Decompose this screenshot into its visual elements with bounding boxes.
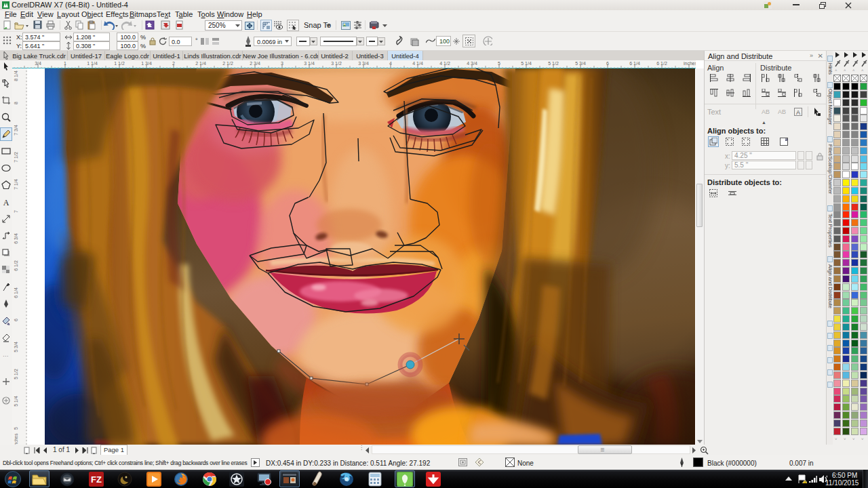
svg-text:AB: AB: [762, 108, 770, 115]
svg-text:5 1/2: 5 1/2: [14, 369, 18, 380]
svg-text:6: 6: [606, 61, 609, 66]
svg-text:2 1/2: 2 1/2: [222, 61, 233, 66]
svg-text:inches: inches: [684, 61, 696, 66]
svg-text:7: 7: [14, 210, 18, 213]
svg-text:3/4: 3/4: [35, 61, 41, 66]
svg-text:5 1/4: 5 1/4: [14, 396, 18, 407]
svg-text:4 1/4: 4 1/4: [412, 61, 423, 66]
svg-text:6 1/2: 6 1/2: [656, 61, 667, 66]
svg-text:5: 5: [14, 427, 18, 430]
svg-text:AB: AB: [778, 108, 786, 115]
svg-text:5 3/4: 5 3/4: [575, 61, 586, 66]
svg-text:3: 3: [281, 61, 283, 66]
svg-text:7 1/2: 7 1/2: [14, 152, 18, 163]
svg-text:4: 4: [389, 61, 392, 66]
svg-text:5 1/4: 5 1/4: [521, 61, 532, 66]
svg-text:5 3/4: 5 3/4: [14, 342, 18, 352]
svg-text:6: 6: [14, 319, 18, 321]
svg-text:inches: inches: [14, 433, 18, 445]
svg-text:6 3/4: 6 3/4: [14, 233, 18, 244]
svg-text:6 1/2: 6 1/2: [14, 260, 18, 271]
svg-text:3 3/4: 3 3/4: [358, 61, 369, 66]
svg-text:6 1/4: 6 1/4: [14, 287, 18, 298]
svg-text:2: 2: [172, 61, 175, 66]
svg-text:8 1/4: 8 1/4: [14, 70, 18, 81]
svg-text:7 1/4: 7 1/4: [14, 179, 18, 190]
svg-text:A: A: [3, 198, 9, 207]
svg-text:1 1/4: 1 1/4: [87, 61, 98, 66]
svg-text:1 1/2: 1 1/2: [114, 61, 125, 66]
svg-text:5 1/2: 5 1/2: [548, 61, 559, 66]
svg-text:6 1/4: 6 1/4: [629, 61, 640, 66]
svg-text:1: 1: [64, 61, 66, 66]
svg-text:1 3/4: 1 3/4: [141, 61, 152, 66]
svg-text:5: 5: [498, 61, 500, 66]
svg-text:3 1/4: 3 1/4: [304, 61, 315, 66]
svg-text:2 3/4: 2 3/4: [250, 61, 260, 66]
svg-text:8: 8: [14, 102, 18, 104]
svg-text:2 1/4: 2 1/4: [195, 61, 206, 66]
svg-text:FZ: FZ: [91, 474, 102, 485]
svg-text:A: A: [796, 109, 800, 116]
svg-text:7 3/4: 7 3/4: [14, 125, 18, 136]
svg-text:3 1/2: 3 1/2: [331, 61, 342, 66]
svg-text:4 1/2: 4 1/2: [439, 61, 450, 66]
svg-text:4 3/4: 4 3/4: [467, 61, 477, 66]
